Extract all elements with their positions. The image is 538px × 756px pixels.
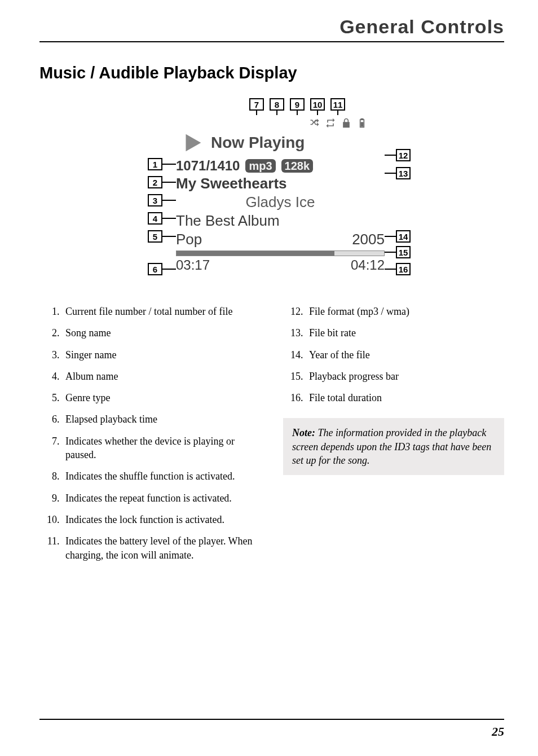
header-title: General Controls	[39, 16, 504, 41]
lock-icon	[341, 117, 352, 129]
list-item: Album name	[62, 370, 261, 383]
callout-16: 16	[396, 263, 411, 275]
callout-15: 15	[396, 246, 411, 258]
year-label: 2005	[352, 231, 385, 248]
play-icon	[179, 130, 205, 156]
file-counter: 1071/1410	[176, 158, 240, 174]
list-item: Playback progress bar	[306, 370, 504, 383]
list-item: File total duration	[306, 391, 504, 405]
list-item: Current file number / total number of fi…	[62, 305, 261, 318]
list-item: Year of the file	[306, 348, 504, 362]
battery-icon	[356, 117, 368, 129]
note-text: The information provided in the playback…	[292, 427, 491, 466]
callout-4: 4	[148, 212, 162, 225]
progress-bar	[176, 250, 385, 256]
elapsed-time: 03:17	[176, 257, 210, 273]
callout-10: 10	[310, 98, 325, 111]
header-rule	[39, 41, 504, 42]
lcd-screen: Now Playing 1071/1410 mp3 128k My Sweeth…	[176, 115, 385, 273]
legend-columns: Current file number / total number of fi…	[39, 305, 504, 570]
list-item: Indicates the lock function is activated…	[62, 513, 261, 526]
callout-13: 13	[396, 167, 411, 179]
list-item: Indicates the repeat function is activat…	[62, 491, 261, 505]
svg-rect-0	[361, 122, 364, 126]
page-number: 25	[492, 724, 504, 739]
footer-rule	[39, 719, 504, 720]
note-box: Note: The information provided in the pl…	[283, 418, 504, 475]
list-item: Genre type	[62, 391, 261, 405]
callout-5: 5	[148, 230, 162, 243]
bitrate-pill: 128k	[281, 159, 314, 173]
list-item: Elapsed playback time	[62, 412, 261, 426]
song-name: My Sweethearts	[176, 175, 385, 192]
callout-9: 9	[290, 98, 305, 111]
list-item: Indicates whether the device is playing …	[62, 434, 261, 462]
album-name: The Best Album	[176, 212, 385, 230]
left-legend-list: Current file number / total number of fi…	[39, 305, 261, 562]
total-time: 04:12	[351, 257, 385, 273]
list-item: File format (mp3 / wma)	[306, 305, 504, 318]
callout-8: 8	[270, 98, 284, 111]
callout-6: 6	[148, 263, 162, 275]
shuffle-icon	[309, 117, 320, 129]
list-item: Song name	[62, 326, 261, 340]
callout-11: 11	[330, 98, 345, 111]
list-item: Indicates the battery level of the playe…	[62, 534, 261, 562]
list-item: File bit rate	[306, 326, 504, 340]
now-playing-label: Now Playing	[211, 134, 305, 152]
list-item: Indicates the shuffle function is activa…	[62, 469, 261, 483]
callout-2: 2	[148, 176, 162, 188]
list-item: Singer name	[62, 348, 261, 362]
callout-12: 12	[396, 149, 411, 161]
section-title: Music / Audible Playback Display	[39, 64, 504, 82]
artist-name: Gladys Ice	[176, 194, 385, 211]
format-pill: mp3	[245, 159, 275, 173]
callout-3: 3	[148, 194, 162, 206]
right-legend-list: File format (mp3 / wma) File bit rate Ye…	[283, 305, 504, 405]
playback-diagram: 7 8 9 10 11 1 2 3 4 5 6 12 13 14 15 16 N…	[114, 98, 430, 284]
note-label: Note:	[292, 427, 315, 438]
repeat-icon	[325, 117, 336, 129]
callout-1: 1	[148, 158, 162, 170]
callout-14: 14	[396, 230, 411, 243]
genre-label: Pop	[176, 231, 202, 248]
callout-7: 7	[249, 98, 264, 111]
